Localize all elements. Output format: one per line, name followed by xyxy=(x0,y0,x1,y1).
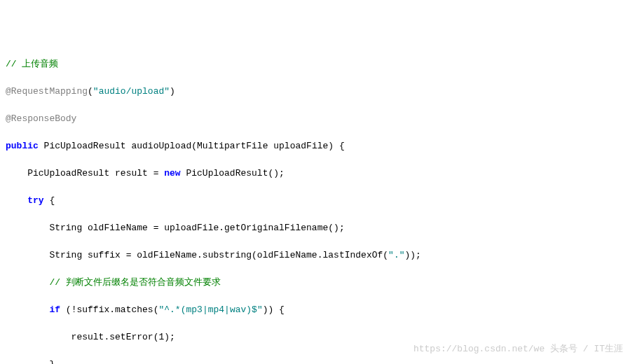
keyword-try: try xyxy=(6,195,44,206)
annotation-requestmapping: @RequestMapping xyxy=(6,86,88,97)
comment-check-suffix: // 判断文件后缀名是否符合音频文件要求 xyxy=(6,277,221,288)
keyword-public: public xyxy=(6,141,39,151)
keyword-if: if xyxy=(49,304,60,315)
line-oldfilename: String oldFileName = uploadFile.getOrigi… xyxy=(6,223,345,233)
comment-upload-audio: // 上传音频 xyxy=(6,59,58,69)
keyword-new: new xyxy=(164,168,180,178)
watermark-text: https://blog.csdn.net/we 头条号 / IT生涯 xyxy=(413,342,623,356)
code-block: // 上传音频 @RequestMapping("audio/upload") … xyxy=(6,57,624,364)
string-dot: "." xyxy=(388,250,404,260)
string-audio-upload: "audio/upload" xyxy=(93,86,170,97)
annotation-responsebody: @ResponseBody xyxy=(6,113,76,124)
string-regex: "^.*(mp3|mp4|wav)$" xyxy=(158,304,262,315)
